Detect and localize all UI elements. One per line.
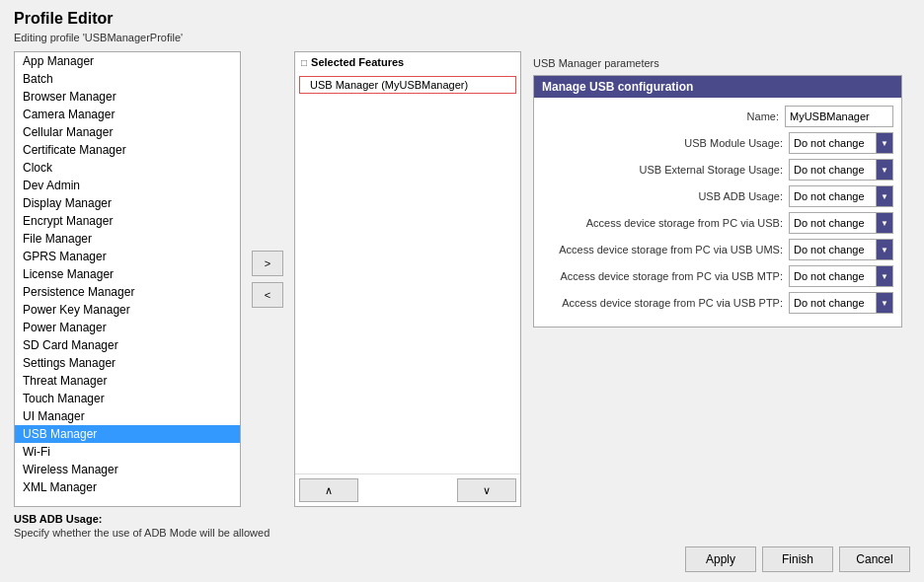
feature-list-item[interactable]: Cellular Manager bbox=[15, 123, 240, 141]
name-input[interactable] bbox=[785, 106, 893, 127]
feature-list-item[interactable]: GPRS Manager bbox=[15, 248, 240, 265]
param-label-1: USB External Storage Usage: bbox=[639, 164, 783, 176]
param-row-1: USB External Storage Usage:▼ bbox=[542, 159, 893, 181]
param-label-5: Access device storage from PC via USB MT… bbox=[560, 270, 783, 282]
dialog-title: Profile Editor bbox=[14, 10, 910, 28]
params-panel: USB Manager parameters Manage USB config… bbox=[525, 51, 910, 507]
feature-list-item[interactable]: Encrypt Manager bbox=[15, 212, 240, 230]
dialog-buttons: Apply Finish Cancel bbox=[14, 546, 910, 572]
cancel-button[interactable]: Cancel bbox=[839, 546, 910, 572]
param-rows-container: USB Module Usage:▼USB External Storage U… bbox=[542, 132, 893, 314]
selected-features-content: USB Manager (MyUSBManager) bbox=[295, 72, 520, 473]
feature-list-item[interactable]: Touch Manager bbox=[15, 390, 240, 407]
param-dropdown-6: ▼ bbox=[789, 292, 893, 314]
param-row-3: Access device storage from PC via USB:▼ bbox=[542, 212, 893, 234]
feature-list-panel: App ManagerBatchBrowser ManagerCamera Ma… bbox=[14, 51, 241, 507]
param-dropdown-input-0[interactable] bbox=[789, 132, 876, 154]
param-dropdown-2: ▼ bbox=[789, 185, 893, 207]
param-row-5: Access device storage from PC via USB MT… bbox=[542, 265, 893, 287]
selected-features-title: Selected Features bbox=[311, 56, 404, 68]
help-section: USB ADB Usage: Specify whether the use o… bbox=[14, 513, 910, 539]
feature-list-item[interactable]: Wireless Manager bbox=[15, 461, 240, 478]
param-dropdown-0: ▼ bbox=[789, 132, 893, 154]
selected-features-header: □ Selected Features bbox=[295, 52, 520, 72]
param-dropdown-btn-2[interactable]: ▼ bbox=[876, 185, 893, 207]
feature-list-item[interactable]: Wi-Fi bbox=[15, 443, 240, 461]
feature-list-item[interactable]: USB Manager bbox=[15, 425, 240, 443]
feature-list-item[interactable]: File Manager bbox=[15, 230, 240, 248]
param-dropdown-btn-6[interactable]: ▼ bbox=[876, 292, 893, 314]
add-feature-button[interactable]: > bbox=[252, 251, 283, 276]
param-row-6: Access device storage from PC via USB PT… bbox=[542, 292, 893, 314]
feature-list-item[interactable]: Display Manager bbox=[15, 194, 240, 212]
middle-panel: > < bbox=[245, 51, 290, 507]
move-down-button[interactable]: ∨ bbox=[457, 478, 516, 502]
param-row-name: Name: bbox=[542, 106, 893, 127]
param-dropdown-btn-0[interactable]: ▼ bbox=[876, 132, 893, 154]
dialog-subtitle: Editing profile 'USBManagerProfile' bbox=[14, 32, 910, 43]
param-dropdown-input-2[interactable] bbox=[789, 185, 876, 207]
feature-list-item[interactable]: Settings Manager bbox=[15, 354, 240, 372]
param-dropdown-input-4[interactable] bbox=[789, 239, 876, 260]
param-dropdown-btn-3[interactable]: ▼ bbox=[876, 212, 893, 234]
selected-features-panel: □ Selected Features USB Manager (MyUSBMa… bbox=[294, 51, 521, 507]
param-dropdown-5: ▼ bbox=[789, 265, 893, 287]
param-row-4: Access device storage from PC via USB UM… bbox=[542, 239, 893, 260]
param-label-0: USB Module Usage: bbox=[684, 137, 783, 149]
feature-list-item[interactable]: Power Manager bbox=[15, 319, 240, 336]
param-dropdown-4: ▼ bbox=[789, 239, 893, 260]
feature-list-item[interactable]: App Manager bbox=[15, 52, 240, 70]
feature-list-item[interactable]: Persistence Manager bbox=[15, 283, 240, 301]
move-up-button[interactable]: ∧ bbox=[299, 478, 358, 502]
param-dropdown-btn-4[interactable]: ▼ bbox=[876, 239, 893, 260]
param-label-4: Access device storage from PC via USB UM… bbox=[559, 244, 783, 255]
help-description: Specify whether the use of ADB Mode will… bbox=[14, 527, 910, 539]
params-section-title: USB Manager parameters bbox=[533, 57, 902, 69]
feature-list-item[interactable]: Threat Manager bbox=[15, 372, 240, 390]
finish-button[interactable]: Finish bbox=[762, 546, 833, 572]
param-dropdown-input-5[interactable] bbox=[789, 265, 876, 287]
feature-list-item[interactable]: License Manager bbox=[15, 265, 240, 283]
param-dropdown-input-1[interactable] bbox=[789, 159, 876, 181]
feature-list-item[interactable]: UI Manager bbox=[15, 407, 240, 425]
param-row-2: USB ADB Usage:▼ bbox=[542, 185, 893, 207]
feature-list: App ManagerBatchBrowser ManagerCamera Ma… bbox=[15, 52, 240, 496]
remove-feature-button[interactable]: < bbox=[252, 282, 283, 308]
feature-list-item[interactable]: Camera Manager bbox=[15, 106, 240, 123]
apply-button[interactable]: Apply bbox=[685, 546, 756, 572]
param-dropdown-btn-5[interactable]: ▼ bbox=[876, 265, 893, 287]
param-label-3: Access device storage from PC via USB: bbox=[586, 217, 783, 229]
param-row-0: USB Module Usage:▼ bbox=[542, 132, 893, 154]
param-dropdown-input-6[interactable] bbox=[789, 292, 876, 314]
help-title: USB ADB Usage: bbox=[14, 513, 910, 525]
profile-editor-dialog: Profile Editor Editing profile 'USBManag… bbox=[0, 0, 924, 582]
feature-list-item[interactable]: SD Card Manager bbox=[15, 336, 240, 354]
params-box: Manage USB configuration Name: USB Modul… bbox=[533, 75, 902, 327]
param-label-6: Access device storage from PC via USB PT… bbox=[562, 297, 783, 309]
expand-icon: □ bbox=[301, 57, 307, 68]
selected-feature-item[interactable]: USB Manager (MyUSBManager) bbox=[299, 76, 516, 94]
name-control bbox=[785, 106, 893, 127]
feature-list-item[interactable]: XML Manager bbox=[15, 478, 240, 496]
params-box-title: Manage USB configuration bbox=[534, 76, 901, 98]
param-dropdown-btn-1[interactable]: ▼ bbox=[876, 159, 893, 181]
name-label: Name: bbox=[700, 110, 779, 122]
feature-list-item[interactable]: Dev Admin bbox=[15, 177, 240, 194]
bottom-area: USB ADB Usage: Specify whether the use o… bbox=[14, 513, 910, 572]
feature-list-item[interactable]: Certificate Manager bbox=[15, 141, 240, 159]
feature-list-item[interactable]: Power Key Manager bbox=[15, 301, 240, 319]
main-content: App ManagerBatchBrowser ManagerCamera Ma… bbox=[14, 51, 910, 507]
param-dropdown-input-3[interactable] bbox=[789, 212, 876, 234]
feature-list-item[interactable]: Batch bbox=[15, 70, 240, 88]
feature-list-item[interactable]: Browser Manager bbox=[15, 88, 240, 106]
feature-list-item[interactable]: Clock bbox=[15, 159, 240, 177]
selected-features-bottom: ∧ ∨ bbox=[295, 473, 520, 506]
param-dropdown-3: ▼ bbox=[789, 212, 893, 234]
param-dropdown-1: ▼ bbox=[789, 159, 893, 181]
param-label-2: USB ADB Usage: bbox=[698, 190, 783, 202]
